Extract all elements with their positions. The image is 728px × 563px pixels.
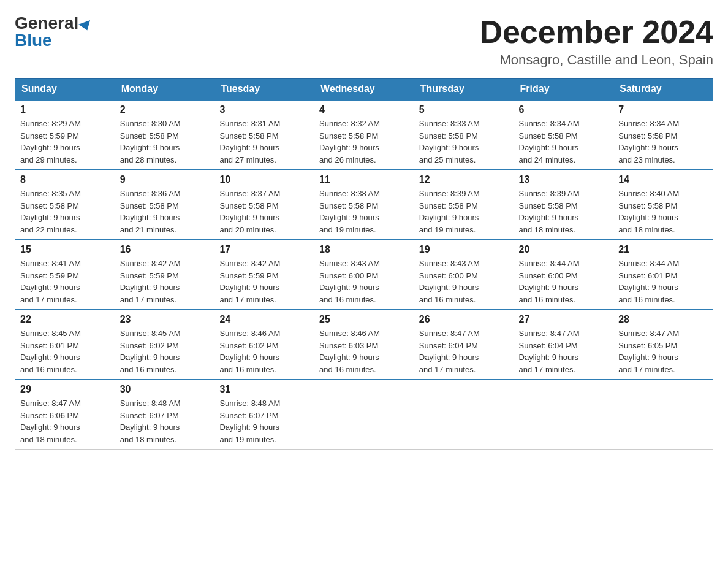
day-number: 19 <box>419 244 509 255</box>
day-info: Sunrise: 8:32 AM Sunset: 5:58 PM Dayligh… <box>319 118 409 166</box>
day-info: Sunrise: 8:34 AM Sunset: 5:58 PM Dayligh… <box>519 118 609 166</box>
day-number: 29 <box>20 384 110 395</box>
empty-cell <box>514 380 613 450</box>
day-info: Sunrise: 8:47 AM Sunset: 6:04 PM Dayligh… <box>519 327 609 375</box>
day-info: Sunrise: 8:43 AM Sunset: 6:00 PM Dayligh… <box>319 258 409 305</box>
day-number: 25 <box>319 314 409 325</box>
day-number: 16 <box>120 244 210 255</box>
weekday-header-tuesday: Tuesday <box>214 79 314 101</box>
day-cell-4: 4 Sunrise: 8:32 AM Sunset: 5:58 PM Dayli… <box>314 100 414 170</box>
day-info: Sunrise: 8:36 AM Sunset: 5:58 PM Dayligh… <box>120 188 210 236</box>
day-number: 18 <box>319 244 409 255</box>
day-cell-15: 15 Sunrise: 8:41 AM Sunset: 5:59 PM Dayl… <box>15 240 115 310</box>
day-cell-20: 20 Sunrise: 8:44 AM Sunset: 6:00 PM Dayl… <box>514 240 613 310</box>
day-info: Sunrise: 8:47 AM Sunset: 6:05 PM Dayligh… <box>618 327 708 375</box>
day-number: 7 <box>618 104 708 115</box>
day-info: Sunrise: 8:39 AM Sunset: 5:58 PM Dayligh… <box>419 188 509 236</box>
day-cell-26: 26 Sunrise: 8:47 AM Sunset: 6:04 PM Dayl… <box>414 310 514 380</box>
location-title: Monsagro, Castille and Leon, Spain <box>479 52 713 68</box>
day-cell-3: 3 Sunrise: 8:31 AM Sunset: 5:58 PM Dayli… <box>214 100 314 170</box>
day-cell-24: 24 Sunrise: 8:46 AM Sunset: 6:02 PM Dayl… <box>214 310 314 380</box>
day-info: Sunrise: 8:44 AM Sunset: 6:00 PM Dayligh… <box>519 258 609 305</box>
day-cell-31: 31 Sunrise: 8:48 AM Sunset: 6:07 PM Dayl… <box>214 380 314 450</box>
day-number: 12 <box>419 174 509 185</box>
weekday-header-sunday: Sunday <box>15 79 115 101</box>
day-info: Sunrise: 8:45 AM Sunset: 6:02 PM Dayligh… <box>120 327 210 375</box>
week-row-1: 1 Sunrise: 8:29 AM Sunset: 5:59 PM Dayli… <box>15 100 713 170</box>
day-cell-30: 30 Sunrise: 8:48 AM Sunset: 6:07 PM Dayl… <box>115 380 214 450</box>
day-cell-9: 9 Sunrise: 8:36 AM Sunset: 5:58 PM Dayli… <box>115 170 214 240</box>
weekday-header-monday: Monday <box>115 79 214 101</box>
day-number: 4 <box>319 104 409 115</box>
day-info: Sunrise: 8:35 AM Sunset: 5:58 PM Dayligh… <box>20 188 110 236</box>
day-number: 20 <box>519 244 609 255</box>
logo-blue-row: Blue <box>15 32 92 49</box>
day-number: 14 <box>618 174 708 185</box>
day-cell-5: 5 Sunrise: 8:33 AM Sunset: 5:58 PM Dayli… <box>414 100 514 170</box>
day-number: 22 <box>20 314 110 325</box>
week-row-3: 15 Sunrise: 8:41 AM Sunset: 5:59 PM Dayl… <box>15 240 713 310</box>
day-info: Sunrise: 8:47 AM Sunset: 6:04 PM Dayligh… <box>419 327 509 375</box>
day-info: Sunrise: 8:42 AM Sunset: 5:59 PM Dayligh… <box>120 258 210 305</box>
day-number: 13 <box>519 174 609 185</box>
day-number: 26 <box>419 314 509 325</box>
day-cell-25: 25 Sunrise: 8:46 AM Sunset: 6:03 PM Dayl… <box>314 310 414 380</box>
day-number: 17 <box>219 244 309 255</box>
day-number: 1 <box>20 104 110 115</box>
day-number: 9 <box>120 174 210 185</box>
day-info: Sunrise: 8:41 AM Sunset: 5:59 PM Dayligh… <box>20 258 110 305</box>
day-number: 21 <box>618 244 708 255</box>
day-info: Sunrise: 8:45 AM Sunset: 6:01 PM Dayligh… <box>20 327 110 375</box>
calendar-table: SundayMondayTuesdayWednesdayThursdayFrid… <box>15 78 713 450</box>
day-info: Sunrise: 8:34 AM Sunset: 5:58 PM Dayligh… <box>618 118 708 166</box>
day-cell-1: 1 Sunrise: 8:29 AM Sunset: 5:59 PM Dayli… <box>15 100 115 170</box>
day-info: Sunrise: 8:43 AM Sunset: 6:00 PM Dayligh… <box>419 258 509 305</box>
week-row-4: 22 Sunrise: 8:45 AM Sunset: 6:01 PM Dayl… <box>15 310 713 380</box>
page-header: General Blue December 2024 Monsagro, Cas… <box>15 15 713 68</box>
day-cell-14: 14 Sunrise: 8:40 AM Sunset: 5:58 PM Dayl… <box>613 170 713 240</box>
day-cell-2: 2 Sunrise: 8:30 AM Sunset: 5:58 PM Dayli… <box>115 100 214 170</box>
logo-general-text: General <box>15 13 78 33</box>
day-cell-27: 27 Sunrise: 8:47 AM Sunset: 6:04 PM Dayl… <box>514 310 613 380</box>
day-number: 8 <box>20 174 110 185</box>
day-number: 6 <box>519 104 609 115</box>
logo-blue-text: Blue <box>15 31 52 50</box>
day-cell-8: 8 Sunrise: 8:35 AM Sunset: 5:58 PM Dayli… <box>15 170 115 240</box>
day-info: Sunrise: 8:44 AM Sunset: 6:01 PM Dayligh… <box>618 258 708 305</box>
day-info: Sunrise: 8:47 AM Sunset: 6:06 PM Dayligh… <box>20 397 110 445</box>
day-info: Sunrise: 8:46 AM Sunset: 6:03 PM Dayligh… <box>319 327 409 375</box>
logo-triangle-icon <box>78 20 93 33</box>
day-info: Sunrise: 8:39 AM Sunset: 5:58 PM Dayligh… <box>519 188 609 236</box>
day-cell-12: 12 Sunrise: 8:39 AM Sunset: 5:58 PM Dayl… <box>414 170 514 240</box>
day-cell-21: 21 Sunrise: 8:44 AM Sunset: 6:01 PM Dayl… <box>613 240 713 310</box>
empty-cell <box>613 380 713 450</box>
day-number: 23 <box>120 314 210 325</box>
day-number: 10 <box>219 174 309 185</box>
day-cell-16: 16 Sunrise: 8:42 AM Sunset: 5:59 PM Dayl… <box>115 240 214 310</box>
day-cell-19: 19 Sunrise: 8:43 AM Sunset: 6:00 PM Dayl… <box>414 240 514 310</box>
week-row-5: 29 Sunrise: 8:47 AM Sunset: 6:06 PM Dayl… <box>15 380 713 450</box>
day-cell-10: 10 Sunrise: 8:37 AM Sunset: 5:58 PM Dayl… <box>214 170 314 240</box>
logo: General Blue <box>15 15 92 49</box>
weekday-header-row: SundayMondayTuesdayWednesdayThursdayFrid… <box>15 79 713 101</box>
weekday-header-thursday: Thursday <box>414 79 514 101</box>
day-info: Sunrise: 8:33 AM Sunset: 5:58 PM Dayligh… <box>419 118 509 166</box>
day-cell-7: 7 Sunrise: 8:34 AM Sunset: 5:58 PM Dayli… <box>613 100 713 170</box>
day-number: 3 <box>219 104 309 115</box>
day-info: Sunrise: 8:38 AM Sunset: 5:58 PM Dayligh… <box>319 188 409 236</box>
month-title: December 2024 <box>479 15 713 50</box>
title-block: December 2024 Monsagro, Castille and Leo… <box>479 15 713 68</box>
day-number: 31 <box>219 384 309 395</box>
day-info: Sunrise: 8:48 AM Sunset: 6:07 PM Dayligh… <box>219 397 309 445</box>
day-cell-13: 13 Sunrise: 8:39 AM Sunset: 5:58 PM Dayl… <box>514 170 613 240</box>
week-row-2: 8 Sunrise: 8:35 AM Sunset: 5:58 PM Dayli… <box>15 170 713 240</box>
empty-cell <box>314 380 414 450</box>
day-info: Sunrise: 8:37 AM Sunset: 5:58 PM Dayligh… <box>219 188 309 236</box>
day-info: Sunrise: 8:40 AM Sunset: 5:58 PM Dayligh… <box>618 188 708 236</box>
day-info: Sunrise: 8:48 AM Sunset: 6:07 PM Dayligh… <box>120 397 210 445</box>
day-number: 11 <box>319 174 409 185</box>
day-number: 15 <box>20 244 110 255</box>
weekday-header-saturday: Saturday <box>613 79 713 101</box>
weekday-header-friday: Friday <box>514 79 613 101</box>
day-cell-18: 18 Sunrise: 8:43 AM Sunset: 6:00 PM Dayl… <box>314 240 414 310</box>
